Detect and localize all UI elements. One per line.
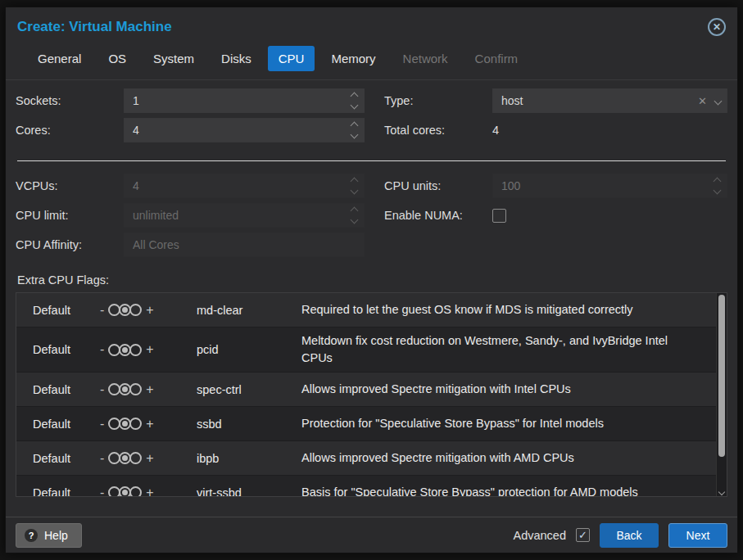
total-cores-value: 4 [492, 124, 499, 137]
tab-confirm: Confirm [464, 46, 529, 71]
radio-yes[interactable] [129, 486, 142, 497]
back-button[interactable]: Back [600, 523, 659, 548]
flag-tristate-toggle[interactable]: - + [100, 452, 197, 465]
spinner-down-icon [351, 187, 359, 195]
create-vm-dialog: Create: Virtual Machine ✕ General OS Sys… [5, 7, 738, 553]
dialog-title: Create: Virtual Machine [17, 19, 172, 35]
flag-name: md-clear [197, 304, 301, 317]
cpu-limit-label: CPU limit: [16, 209, 124, 222]
spinner-down-icon[interactable] [351, 102, 359, 110]
dialog-body: Sockets: Type: ✕ Cores: [6, 80, 737, 517]
flag-tristate-toggle[interactable]: - + [100, 418, 197, 431]
cpu-limit-spinner [351, 208, 357, 223]
sockets-input[interactable] [124, 88, 365, 113]
enable-numa-checkbox[interactable] [492, 209, 506, 223]
advanced-separator [17, 160, 726, 161]
minus-icon: - [100, 452, 104, 465]
cpu-units-label: CPU units: [384, 179, 492, 192]
vcpus-input [124, 174, 365, 198]
flag-description: Required to let the guest OS know if MDS… [301, 301, 727, 318]
flag-description: Protection for "Speculative Store Bypass… [301, 415, 727, 432]
cpu-limit-input [124, 203, 365, 228]
flags-scrollbar[interactable] [716, 293, 727, 496]
flag-row[interactable]: Default - + spec-ctrl Allows improved Sp… [16, 373, 727, 407]
help-button-label: Help [44, 529, 68, 542]
flag-state: Default [33, 418, 100, 431]
close-icon[interactable]: ✕ [708, 18, 726, 36]
flag-name: virt-ssbd [197, 486, 301, 497]
spinner-up-icon[interactable] [351, 93, 359, 101]
flag-tristate-toggle[interactable]: - + [100, 343, 197, 356]
spinner-down-icon [351, 216, 359, 224]
flag-state: Default [33, 343, 100, 356]
minus-icon: - [100, 486, 104, 497]
spinner-down-icon [714, 187, 722, 195]
plus-icon: + [146, 418, 153, 431]
cores-spinner[interactable] [351, 123, 357, 138]
flag-name: spec-ctrl [197, 383, 301, 396]
enable-numa-label: Enable NUMA: [384, 209, 492, 222]
radio-yes[interactable] [129, 383, 142, 395]
cores-input[interactable] [124, 118, 365, 142]
flag-name: ibpb [197, 452, 301, 465]
radio-yes[interactable] [129, 418, 142, 430]
flag-description: Meltdown fix cost reduction on Westmere,… [301, 332, 727, 367]
plus-icon: + [146, 383, 153, 396]
flag-row[interactable]: Default - + ibpb Allows improved Spectre… [16, 441, 727, 476]
vcpus-label: VCPUs: [16, 179, 124, 192]
extra-cpu-flags-label: Extra CPU Flags: [17, 273, 727, 287]
minus-icon: - [100, 418, 104, 431]
flag-state: Default [33, 452, 100, 465]
spinner-up-icon [714, 178, 722, 186]
cores-label: Cores: [16, 124, 124, 137]
flag-row[interactable]: Default - + pcid Meltdown fix cost reduc… [16, 327, 727, 373]
flag-tristate-toggle[interactable]: - + [100, 383, 197, 396]
minus-icon: - [100, 304, 104, 317]
plus-icon: + [146, 304, 153, 317]
tab-disks[interactable]: Disks [211, 46, 262, 71]
cpu-units-input [492, 174, 727, 198]
minus-icon: - [100, 343, 104, 356]
tab-cpu[interactable]: CPU [268, 46, 315, 71]
flag-description: Allows improved Spectre mitigation with … [301, 449, 727, 467]
radio-yes[interactable] [129, 452, 142, 464]
scrollbar-thumb[interactable] [718, 295, 725, 457]
tab-system[interactable]: System [143, 46, 205, 71]
type-label: Type: [384, 94, 492, 107]
chevron-down-icon [718, 489, 725, 495]
spinner-up-icon [351, 178, 359, 186]
spinner-up-icon[interactable] [351, 122, 359, 130]
next-button[interactable]: Next [668, 523, 727, 548]
cpu-type-combo[interactable] [492, 88, 727, 113]
total-cores-label: Total cores: [384, 124, 492, 137]
minus-icon: - [100, 383, 104, 396]
radio-yes[interactable] [129, 344, 142, 356]
flag-tristate-toggle[interactable]: - + [100, 304, 197, 317]
flag-description: Basis for "Speculative Store Bypass" pro… [301, 484, 727, 497]
vcpus-spinner [351, 178, 357, 193]
cpu-flags-table: Default - + md-clear Required to let the… [16, 292, 727, 497]
tab-network: Network [392, 46, 459, 71]
dialog-footer: ? Help Advanced Back Next [6, 517, 737, 553]
flag-row[interactable]: Default - + virt-ssbd Basis for "Specula… [16, 476, 727, 497]
flag-row[interactable]: Default - + md-clear Required to let the… [16, 293, 727, 327]
cpu-affinity-input [124, 233, 365, 257]
sockets-spinner[interactable] [351, 93, 357, 108]
scrollbar-down-arrow[interactable] [717, 490, 727, 495]
tab-memory[interactable]: Memory [320, 46, 386, 71]
spinner-up-icon [351, 207, 359, 215]
help-button[interactable]: ? Help [16, 523, 82, 548]
plus-icon: + [146, 452, 153, 465]
radio-yes[interactable] [129, 304, 142, 316]
advanced-checkbox[interactable] [576, 528, 590, 542]
spinner-down-icon[interactable] [351, 131, 359, 139]
tab-os[interactable]: OS [97, 46, 137, 71]
clear-icon[interactable]: ✕ [698, 95, 707, 107]
flag-tristate-toggle[interactable]: - + [100, 486, 197, 497]
dialog-header: Create: Virtual Machine ✕ [6, 7, 737, 41]
tab-general[interactable]: General [27, 46, 92, 71]
chevron-down-icon[interactable] [714, 97, 723, 105]
flag-name: ssbd [197, 418, 301, 431]
flag-state: Default [33, 486, 100, 497]
flag-row[interactable]: Default - + ssbd Protection for "Specula… [16, 407, 727, 441]
